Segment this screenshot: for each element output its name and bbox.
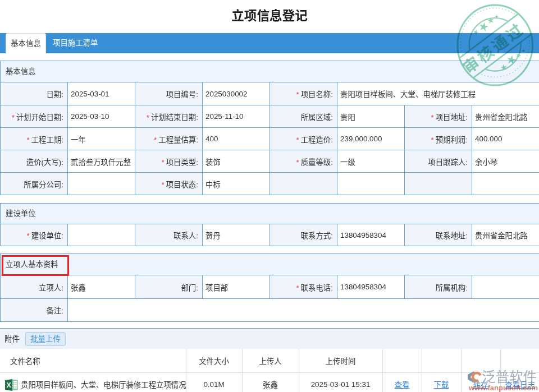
svg-text:X: X (6, 381, 11, 389)
